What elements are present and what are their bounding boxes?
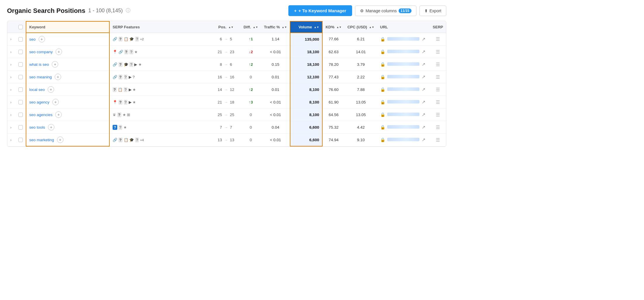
row-checkbox[interactable] [18,100,23,104]
add-keyword-button[interactable]: + [39,36,45,42]
expand-cell[interactable]: › [7,58,16,71]
add-keyword-button[interactable]: + [52,99,59,105]
add-keyword-button[interactable]: + [55,111,62,118]
expand-cell[interactable]: › [7,33,16,46]
expand-cell[interactable]: › [7,134,16,146]
serp-end-cell[interactable]: ☰ [430,33,446,46]
manage-columns-button[interactable]: ⚙ Manage columns 11/15 [355,6,416,16]
check-cell[interactable] [16,46,26,58]
serp-end-cell[interactable]: ☰ [430,71,446,83]
serp-view-icon[interactable]: ☰ [436,112,440,117]
col-traffic-header[interactable]: Traffic % ▲▼ [261,21,290,33]
external-link-icon[interactable]: ↗ [422,49,426,54]
external-link-icon[interactable]: ↗ [422,37,426,42]
serp-end-cell[interactable]: ☰ [430,58,446,71]
add-keyword-button[interactable]: + [57,137,63,143]
select-all-checkbox[interactable] [18,25,23,29]
expand-cell[interactable]: › [7,96,16,108]
add-keyword-button[interactable]: + [56,49,62,55]
row-checkbox[interactable] [18,138,23,142]
expand-cell[interactable]: › [7,46,16,58]
keyword-link[interactable]: seo tools [29,125,45,130]
keyword-manager-button[interactable]: + + To Keyword Manager [288,5,352,16]
serp-end-cell[interactable]: ☰ [430,121,446,134]
add-keyword-button[interactable]: + [48,124,54,130]
serp-view-icon[interactable]: ☰ [436,62,440,67]
col-kd-header[interactable]: KD% ▲▼ [322,21,345,33]
col-serp-header: SERP [430,21,446,33]
keyword-link[interactable]: seo meaning [29,75,52,79]
pos-old: 21 [218,100,222,104]
keyword-link[interactable]: seo agencies [29,113,53,117]
check-cell[interactable] [16,134,26,146]
col-pos-header[interactable]: Pos. ▲▼ [211,21,241,33]
chevron-right-icon[interactable]: › [10,125,11,130]
serp-end-cell[interactable]: ☰ [430,83,446,96]
chevron-right-icon[interactable]: › [10,100,11,104]
external-link-icon[interactable]: ↗ [422,99,426,104]
check-cell[interactable] [16,96,26,108]
row-checkbox[interactable] [18,113,23,117]
keyword-link[interactable]: seo company [29,50,53,54]
position-cell: 8 → 6 [211,58,241,71]
serp-view-icon[interactable]: ☰ [436,137,440,142]
url-blurred [387,100,419,104]
chevron-right-icon[interactable]: › [10,87,11,92]
col-diff-header[interactable]: Diff. ▲▼ [241,21,261,33]
row-checkbox[interactable] [18,125,23,130]
chevron-right-icon[interactable]: › [10,62,11,67]
expand-cell[interactable]: › [7,121,16,134]
check-cell[interactable] [16,71,26,83]
serp-view-icon[interactable]: ☰ [436,37,440,42]
keyword-link[interactable]: seo [29,37,36,42]
check-cell[interactable] [16,108,26,121]
col-cpc-header[interactable]: CPC (USD) ▲▼ [345,21,377,33]
row-checkbox[interactable] [18,50,23,54]
chevron-right-icon[interactable]: › [10,75,11,79]
row-checkbox[interactable] [18,87,23,92]
external-link-icon[interactable]: ↗ [422,125,426,130]
expand-cell[interactable]: › [7,71,16,83]
serp-end-cell[interactable]: ☰ [430,96,446,108]
add-keyword-button[interactable]: + [48,86,54,93]
external-link-icon[interactable]: ↗ [422,74,426,79]
keyword-link[interactable]: seo marketing [29,138,54,142]
export-button[interactable]: ⬆ Export [419,6,446,16]
add-keyword-button[interactable]: + [55,74,61,80]
row-checkbox[interactable] [18,62,23,67]
serp-view-icon[interactable]: ☰ [436,87,440,92]
external-link-icon[interactable]: ↗ [422,87,426,92]
serp-view-icon[interactable]: ☰ [436,75,440,80]
chevron-right-icon[interactable]: › [10,37,11,41]
external-link-icon[interactable]: ↗ [422,62,426,67]
external-link-icon[interactable]: ↗ [422,137,426,142]
expand-cell[interactable]: › [7,108,16,121]
check-cell[interactable] [16,83,26,96]
traffic-cell: < 0.01 [261,96,290,108]
keyword-link[interactable]: what is seo [29,62,49,67]
add-keyword-button[interactable]: + [52,61,58,68]
keyword-link[interactable]: local seo [29,87,45,92]
col-expand-header [7,21,16,33]
col-check-header[interactable] [16,21,26,33]
row-checkbox[interactable] [18,75,23,79]
serp-end-cell[interactable]: ☰ [430,46,446,58]
serp-view-icon[interactable]: ☰ [436,49,440,54]
serp-end-cell[interactable]: ☰ [430,134,446,146]
serp-end-cell[interactable]: ☰ [430,108,446,121]
expand-cell[interactable]: › [7,83,16,96]
chevron-right-icon[interactable]: › [10,138,11,142]
keyword-link[interactable]: seo agency [29,100,49,104]
check-cell[interactable] [16,121,26,134]
serp-view-icon[interactable]: ☰ [436,125,440,130]
external-link-icon[interactable]: ↗ [422,112,426,117]
row-checkbox[interactable] [18,37,23,42]
col-keyword-header[interactable]: Keyword [26,21,109,33]
check-cell[interactable] [16,33,26,46]
info-icon[interactable]: ⓘ [126,8,130,14]
chevron-right-icon[interactable]: › [10,50,11,54]
col-volume-header[interactable]: Volume ▲▼ [290,21,322,33]
chevron-right-icon[interactable]: › [10,113,11,117]
check-cell[interactable] [16,58,26,71]
serp-view-icon[interactable]: ☰ [436,100,440,105]
